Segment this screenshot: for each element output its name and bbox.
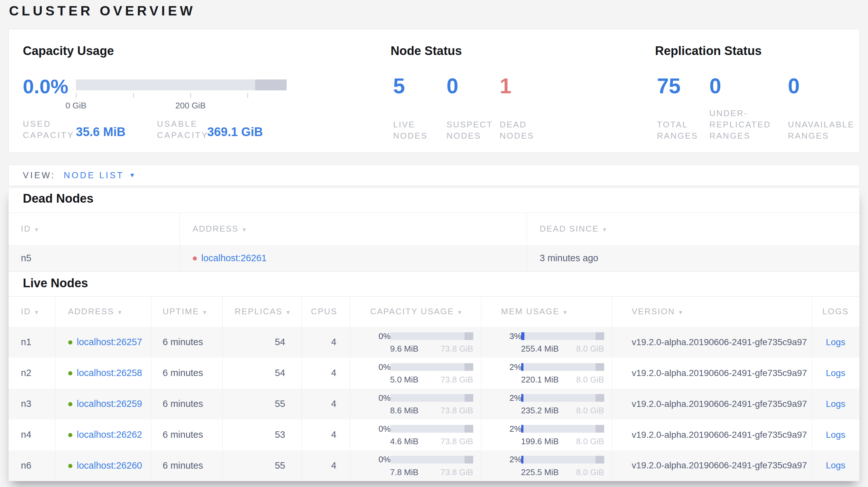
chevron-down-icon: ▼ [129,172,135,179]
mem-bar-fill [521,394,523,402]
sort-desc-icon: ▼ [678,310,684,316]
live-node-replicas: 55 [222,389,302,419]
live-node-uptime: 6 minutes [151,389,222,419]
logs-link[interactable]: Logs [826,460,845,470]
live-node-logs-cell: Logs [812,327,859,358]
sort-desc-icon: ▼ [34,310,40,316]
live-node-row: n4 localhost:26262 6 minutes 53 4 0% 4.6… [9,419,859,450]
live-node-capacity-cell: 0% 8.6 MiB73.8 GiB [350,389,481,419]
capacity-bar-reserved-segment [465,332,473,340]
mem-bar [521,363,604,371]
dead-nodes-count: 1 [500,74,512,98]
live-node-mem-cell: 2% 225.5 MiB8.0 GiB [481,450,612,481]
dead-node-address-link[interactable]: localhost:26261 [202,253,267,263]
live-node-id: n3 [9,389,55,419]
logs-link[interactable]: Logs [826,399,845,409]
live-node-address-cell: localhost:26257 [55,327,151,358]
live-node-version: v19.2.0-alpha.20190606-2491-gfe735c9a97 [612,358,812,389]
live-node-address-link[interactable]: localhost:26260 [77,460,142,470]
mem-bar-reserved-segment [595,425,604,433]
capacity-bar [390,394,473,402]
logs-link[interactable]: Logs [826,430,845,440]
live-col-logs: LOGS [812,297,859,327]
live-node-capacity-cell: 0% 4.6 MiB73.8 GiB [350,419,481,450]
dead-col-dead-since[interactable]: DEAD SINCE▼ [527,213,859,245]
capacity-usage-bar [76,79,287,90]
live-col-uptime[interactable]: UPTIME▼ [151,297,222,327]
sort-desc-icon: ▼ [285,310,291,316]
mem-usage-meter: 2% 225.5 MiB8.0 GiB [509,454,604,477]
mem-bar [521,425,604,433]
live-node-replicas: 54 [222,327,302,358]
live-status-dot-icon [68,464,72,468]
dead-col-address[interactable]: ADDRESS▼ [180,213,527,245]
live-node-mem-cell: 2% 199.6 MiB8.0 GiB [481,419,612,450]
live-node-address-link[interactable]: localhost:26259 [77,398,142,409]
live-node-address-link[interactable]: localhost:26258 [77,368,142,378]
live-nodes-heading: Live Nodes [23,276,88,290]
live-col-id[interactable]: ID▼ [9,297,55,327]
live-node-mem-cell: 2% 235.2 MiB8.0 GiB [481,389,612,419]
live-col-replicas[interactable]: REPLICAS▼ [222,297,302,327]
capacity-bar-reserved-segment [465,363,473,371]
under-replicated-label: UNDER-REPLICATED RANGES [709,108,779,141]
dead-node-address-cell: localhost:26261 [180,245,527,272]
live-node-version: v19.2.0-alpha.20190606-2491-gfe735c9a97 [612,389,812,419]
live-col-mem-usage[interactable]: MEM USAGE▼ [481,297,612,327]
replication-status-title: Replication Status [655,44,762,58]
mem-bar-fill [521,425,523,433]
live-status-dot-icon [68,371,72,376]
node-status-title: Node Status [391,44,462,58]
usable-capacity-value: 369.1 GiB [207,125,263,139]
node-status-section: Node Status 5 LIVE NODES 0 SUSPECT NODES… [391,29,648,153]
sort-desc-icon: ▼ [601,227,608,233]
live-node-address-link[interactable]: localhost:26257 [77,337,142,347]
live-node-address-link[interactable]: localhost:26262 [77,429,142,440]
live-node-address-cell: localhost:26262 [55,419,151,450]
live-table-header-row: ID▼ ADDRESS▼ UPTIME▼ REPLICAS▼ CPUS CAPA… [9,297,859,327]
live-nodes-table: ID▼ ADDRESS▼ UPTIME▼ REPLICAS▼ CPUS CAPA… [9,296,859,481]
used-capacity-value: 35.6 MiB [76,125,125,139]
live-node-cpus: 4 [302,358,350,389]
live-node-replicas: 54 [222,358,302,389]
logs-link[interactable]: Logs [826,368,845,378]
view-selector-dropdown[interactable]: NODE LIST ▼ [64,170,135,181]
suspect-nodes-count: 0 [446,74,459,98]
dead-nodes-table: ID▼ ADDRESS▼ DEAD SINCE▼ n5 localhost:26… [9,213,859,272]
mem-usage-meter: 2% 235.2 MiB8.0 GiB [509,392,604,416]
live-node-version: v19.2.0-alpha.20190606-2491-gfe735c9a97 [612,419,812,450]
dead-node-id: n5 [9,245,180,272]
live-col-address[interactable]: ADDRESS▼ [55,297,151,327]
live-col-capacity-usage[interactable]: CAPACITY USAGE▼ [350,297,481,327]
dead-col-id[interactable]: ID▼ [9,213,180,245]
mem-bar-fill [521,332,524,340]
capacity-bar-reserved-segment [465,425,473,433]
mem-usage-meter: 2% 199.6 MiB8.0 GiB [509,423,604,447]
live-node-uptime: 6 minutes [151,450,222,481]
sort-desc-icon: ▼ [34,227,40,233]
mem-bar-fill [521,363,523,371]
replication-status-section: Replication Status 75 TOTAL RANGES 0 UND… [655,29,858,153]
sort-desc-icon: ▼ [202,310,208,316]
capacity-axis-label-200: 200 GiB [175,101,206,111]
capacity-usage-percent: 0.0% [23,75,68,98]
live-node-id: n2 [9,358,55,389]
live-col-version[interactable]: VERSION▼ [612,297,812,327]
used-capacity-label: USED CAPACITY [23,118,79,141]
live-node-version: v19.2.0-alpha.20190606-2491-gfe735c9a97 [612,327,812,358]
mem-usage-meter: 3% 255.4 MiB8.0 GiB [509,330,604,354]
cluster-summary-card: Capacity Usage 0.0% 0 GiB 200 GiB USED C… [8,29,860,153]
live-node-uptime: 6 minutes [151,327,222,358]
live-node-uptime: 6 minutes [151,419,222,450]
sort-desc-icon: ▼ [117,310,123,316]
live-node-id: n1 [9,327,55,358]
mem-bar [521,394,604,402]
sort-desc-icon: ▼ [242,227,248,233]
capacity-usage-meter: 0% 9.6 MiB73.8 GiB [379,330,473,354]
capacity-bar [390,363,473,371]
view-selected-value: NODE LIST [64,170,124,181]
view-label: VIEW: [23,170,55,181]
logs-link[interactable]: Logs [826,337,845,347]
live-node-row: n2 localhost:26258 6 minutes 54 4 0% 5.0… [9,358,859,389]
mem-bar-fill [521,456,523,463]
